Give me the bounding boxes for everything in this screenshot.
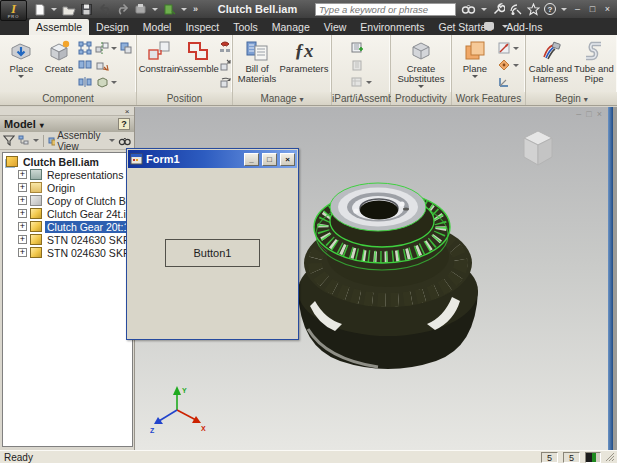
view-mode-selector[interactable]: Assembly View <box>48 130 115 152</box>
redo-button[interactable] <box>115 2 130 16</box>
tree-item[interactable]: Clutch Gear 20t:1 <box>3 220 132 233</box>
axis-icon[interactable] <box>496 40 512 56</box>
bill-of-materials-button[interactable]: Bill of Materials <box>235 37 279 84</box>
ribbon-group-label-component[interactable]: Component <box>0 92 136 105</box>
form-minimize-button[interactable]: _ <box>244 153 259 166</box>
expander-icon[interactable] <box>18 170 27 179</box>
resize-grip[interactable] <box>605 452 615 462</box>
create-button[interactable]: Create <box>41 37 77 74</box>
ucs-icon[interactable] <box>496 74 512 90</box>
browser-grab-bar[interactable]: × <box>0 107 134 116</box>
plane-button[interactable]: Plane <box>454 37 496 78</box>
cable-and-harness-button[interactable]: Cable and Harness <box>528 37 573 84</box>
ribbon-group-label-work-features[interactable]: Work Features <box>452 92 525 105</box>
create-substitutes-button[interactable]: Create Substitutes <box>393 37 449 88</box>
shrinkwrap-icon[interactable] <box>94 74 110 90</box>
app-logo-icon[interactable]: I PRO <box>0 0 27 21</box>
ribbon-tab[interactable]: Inspect <box>178 19 226 35</box>
expander-icon[interactable] <box>18 222 27 231</box>
browser-help-icon[interactable]: ? <box>118 118 130 130</box>
ribbon-tab[interactable]: Tools <box>226 19 265 35</box>
form-close-button[interactable]: × <box>280 153 295 166</box>
tree-item[interactable]: Copy of Clutch Bell:1 <box>3 194 132 207</box>
open-button[interactable] <box>61 2 76 16</box>
print-button[interactable] <box>133 2 148 16</box>
save-button[interactable] <box>79 2 94 16</box>
form1-titlebar[interactable]: Form1 _ □ × <box>128 150 297 168</box>
tree-item[interactable]: Representations <box>3 168 132 181</box>
ribbon-group-label-position[interactable]: Position <box>137 92 232 105</box>
doc-minimize-icon[interactable]: – <box>576 109 581 119</box>
expander-icon[interactable] <box>18 196 27 205</box>
free-rotate-icon[interactable] <box>217 74 233 90</box>
expander-icon[interactable] <box>18 248 27 257</box>
communication-icon[interactable] <box>509 3 523 16</box>
doc-restore-icon[interactable]: □ <box>586 109 591 119</box>
replace-component-icon[interactable] <box>118 40 134 56</box>
copy-icon[interactable] <box>77 57 93 73</box>
search-dropdown-icon[interactable] <box>481 8 487 11</box>
restore-button[interactable]: □ <box>587 3 598 15</box>
ribbon-display-toggle[interactable] <box>483 21 509 31</box>
shrinkwrap-dropdown-icon[interactable] <box>111 81 117 84</box>
new-document-button[interactable] <box>32 2 47 16</box>
browser-close-icon[interactable]: × <box>122 107 132 116</box>
free-move-icon[interactable] <box>94 57 110 73</box>
ribbon-tab[interactable]: Environments <box>353 19 431 35</box>
search-icon[interactable] <box>461 3 476 15</box>
doc-close-icon[interactable]: × <box>597 109 602 119</box>
pattern-icon[interactable] <box>77 40 93 56</box>
expander-icon[interactable] <box>18 235 27 244</box>
update-button[interactable] <box>162 2 177 16</box>
hierarchy-dropdown-icon[interactable] <box>33 139 39 142</box>
new-dropdown-icon[interactable] <box>51 8 57 11</box>
clutch-bell-model[interactable] <box>282 151 494 379</box>
ribbon-tab[interactable]: Model <box>136 19 179 35</box>
constrain-button[interactable]: Constrain <box>139 37 179 74</box>
ribbon-group-label-ipart[interactable]: iPart/iAssembly <box>332 92 390 105</box>
point-icon[interactable] <box>496 57 512 73</box>
close-button[interactable]: × <box>602 3 613 15</box>
assemble-button[interactable]: Assemble <box>179 37 217 74</box>
button1[interactable]: Button1 <box>165 239 260 267</box>
ribbon-tab[interactable]: View <box>317 19 354 35</box>
ribbon-group-label-productivity[interactable]: Productivity <box>391 92 451 105</box>
point-dropdown-icon[interactable] <box>513 64 519 67</box>
browser-hierarchy-icon[interactable] <box>18 135 30 146</box>
undo-button[interactable] <box>97 2 112 16</box>
search-input[interactable] <box>315 3 456 16</box>
place-button[interactable]: Place <box>2 37 41 78</box>
ribbon-group-label-manage[interactable]: Manage <box>233 92 331 105</box>
filter-icon[interactable] <box>3 135 15 146</box>
free-move-small-icon[interactable] <box>217 57 233 73</box>
help-dropdown-icon[interactable] <box>561 8 567 11</box>
edit-member-icon[interactable] <box>349 57 365 73</box>
toolbar-overflow-icon[interactable]: » <box>191 4 200 14</box>
mirror-icon[interactable] <box>94 40 110 56</box>
view-cube[interactable] <box>514 122 562 172</box>
update-dropdown-icon[interactable] <box>181 8 187 11</box>
expander-icon[interactable] <box>18 209 27 218</box>
mirror-dropdown-icon[interactable] <box>111 47 117 50</box>
expander-icon[interactable] <box>18 183 27 192</box>
ribbon-tab[interactable]: Manage <box>265 19 317 35</box>
ribbon-tab[interactable]: Design <box>89 19 136 35</box>
tree-item[interactable]: STN 024630 SKF SKF 618/ <box>3 246 132 259</box>
tree-item[interactable]: STN 024630 SKF SKF 618/ <box>3 233 132 246</box>
help-icon[interactable]: ? <box>544 3 556 15</box>
tree-item[interactable]: Clutch Gear 24t.ipt:1 <box>3 207 132 220</box>
favorites-star-icon[interactable] <box>527 3 540 16</box>
tree-item[interactable]: Clutch Bell.iam <box>3 155 132 168</box>
iassembly-author-icon[interactable] <box>349 40 365 56</box>
tree-item[interactable]: Origin <box>3 181 132 194</box>
edit-factory-icon[interactable] <box>349 74 365 90</box>
minimize-button[interactable]: – <box>572 3 583 15</box>
grip-snap-icon[interactable] <box>217 40 233 56</box>
form1-window[interactable]: Form1 _ □ × Button1 <box>126 148 299 340</box>
form-maximize-button[interactable]: □ <box>262 153 277 166</box>
browser-search-icon[interactable] <box>118 136 131 146</box>
wrench-icon[interactable] <box>492 3 505 16</box>
ribbon-tab[interactable]: Assemble <box>29 19 89 35</box>
parameters-button[interactable]: ƒx Parameters <box>279 37 329 74</box>
tube-and-pipe-button[interactable]: Tube and Pipe <box>573 37 615 84</box>
